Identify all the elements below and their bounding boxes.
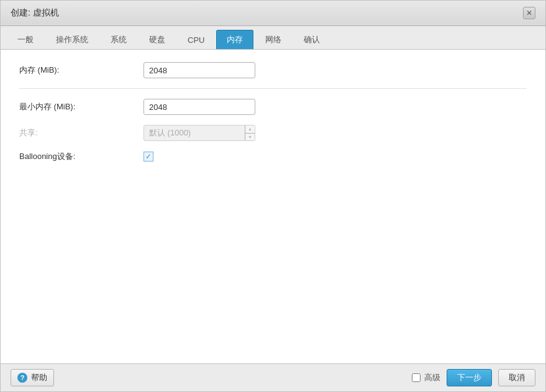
shared-placeholder: 默认 (1000) xyxy=(144,126,245,140)
ballooning-label: Ballooning设备: xyxy=(19,151,143,162)
content-area: 内存 (MiB): ▲ ▼ 最小内存 (MiB): ▲ ▼ 共享: xyxy=(1,50,545,363)
tab-disk[interactable]: 硬盘 xyxy=(139,30,176,49)
min-memory-row: 最小内存 (MiB): ▲ ▼ xyxy=(19,99,527,115)
advanced-checkbox[interactable]: 高级 xyxy=(412,372,440,383)
tab-general[interactable]: 一般 xyxy=(7,30,44,49)
advanced-label: 高级 xyxy=(424,372,440,383)
tab-os[interactable]: 操作系统 xyxy=(45,30,99,49)
shared-row: 共享: 默认 (1000) ▲ ▼ xyxy=(19,125,527,141)
ballooning-checkbox[interactable]: ✓ xyxy=(143,152,153,162)
dialog-title: 创建: 虚拟机 xyxy=(11,7,59,19)
help-button[interactable]: ? 帮助 xyxy=(11,369,54,386)
memory-spinner[interactable]: ▲ ▼ xyxy=(143,62,255,78)
cancel-button[interactable]: 取消 xyxy=(498,369,535,386)
ballooning-checkbox-container: ✓ xyxy=(143,152,153,162)
close-button[interactable]: ✕ xyxy=(523,7,535,19)
shared-spin-down: ▼ xyxy=(245,134,255,141)
min-memory-label: 最小内存 (MiB): xyxy=(19,101,143,112)
tab-network[interactable]: 网络 xyxy=(255,30,292,49)
advanced-checkbox-input[interactable] xyxy=(412,373,421,382)
create-vm-dialog: 创建: 虚拟机 ✕ 一般 操作系统 系统 硬盘 CPU 内存 网络 确认 内存 … xyxy=(0,0,546,392)
shared-spinner-buttons: ▲ ▼ xyxy=(245,125,255,140)
tab-system[interactable]: 系统 xyxy=(100,30,137,49)
tab-bar: 一般 操作系统 系统 硬盘 CPU 内存 网络 确认 xyxy=(1,26,545,50)
shared-spin-up: ▲ xyxy=(245,125,255,134)
help-icon: ? xyxy=(17,373,27,383)
min-memory-input[interactable] xyxy=(144,101,255,113)
min-memory-spinner[interactable]: ▲ ▼ xyxy=(143,99,255,115)
memory-row: 内存 (MiB): ▲ ▼ xyxy=(19,62,527,89)
dialog-title-bar: 创建: 虚拟机 ✕ xyxy=(1,1,545,26)
shared-spinner: 默认 (1000) ▲ ▼ xyxy=(143,125,255,141)
shared-label: 共享: xyxy=(19,127,143,139)
footer: ? 帮助 高级 下一步 取消 xyxy=(1,363,545,391)
tab-memory[interactable]: 内存 xyxy=(216,30,253,49)
tab-confirm[interactable]: 确认 xyxy=(293,30,330,49)
ballooning-row: Ballooning设备: ✓ xyxy=(19,151,527,162)
tab-cpu[interactable]: CPU xyxy=(177,31,215,48)
memory-input[interactable] xyxy=(144,65,255,76)
next-button[interactable]: 下一步 xyxy=(447,369,492,386)
memory-label: 内存 (MiB): xyxy=(19,65,143,76)
footer-right: 高级 下一步 取消 xyxy=(412,369,535,386)
help-label: 帮助 xyxy=(31,372,47,383)
